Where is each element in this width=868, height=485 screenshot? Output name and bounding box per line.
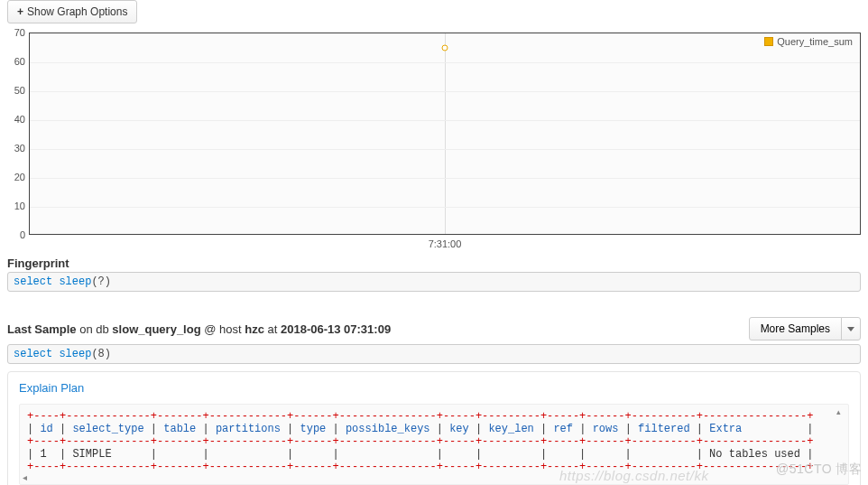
- last-sample-sql[interactable]: select sleep(8): [7, 344, 861, 364]
- caret-down-icon: [847, 327, 854, 331]
- last-sample-sql-kw: select sleep: [14, 348, 91, 360]
- y-axis-tick: 0: [20, 229, 25, 240]
- plus-icon: +: [17, 5, 23, 18]
- y-axis-tick: 10: [14, 201, 25, 211]
- last-sample-prefix: Last Sample: [7, 322, 77, 336]
- y-axis: 010203040506070: [7, 33, 27, 235]
- show-graph-options-label: Show Graph Options: [27, 5, 127, 18]
- more-samples-button[interactable]: More Samples: [749, 317, 842, 340]
- legend-label: Query_time_sum: [777, 36, 853, 47]
- show-graph-options-button[interactable]: +Show Graph Options: [7, 0, 137, 23]
- scroll-left-icon[interactable]: ◂: [23, 472, 27, 482]
- fingerprint-sql-kw: select sleep: [14, 275, 91, 288]
- chart-gridline: [30, 62, 860, 63]
- more-samples-dropdown[interactable]: [841, 317, 861, 340]
- y-axis-tick: 40: [14, 114, 25, 125]
- chart-gridline: [30, 120, 860, 121]
- chart-gridline: [30, 207, 860, 208]
- explain-plan-table: +----+-------------+-------+------------…: [20, 410, 848, 482]
- fingerprint-label: Fingerprint: [7, 256, 861, 270]
- last-sample-sql-arg: (8): [91, 348, 111, 360]
- watermark-badge: @51CTO 博客: [776, 462, 862, 478]
- more-samples-group: More Samples: [749, 317, 861, 340]
- y-axis-tick: 20: [14, 172, 25, 182]
- fingerprint-sql-arg: (?): [91, 275, 111, 288]
- y-axis-tick: 50: [14, 85, 25, 96]
- last-sample-text: Last Sample on db slow_query_log @ host …: [7, 322, 391, 336]
- explain-plan-panel: Explain Plan ▴ +----+-------------+-----…: [7, 371, 861, 485]
- chart-vline: [445, 33, 446, 234]
- chart-gridline: [30, 149, 860, 150]
- explain-plan-box[interactable]: ▴ +----+-------------+-------+----------…: [19, 404, 849, 485]
- query-time-chart: 010203040506070 Query_time_sum 7:31:00: [7, 33, 861, 249]
- y-axis-tick: 70: [14, 27, 25, 38]
- watermark-url: https://blog.csdn.net/kk: [559, 468, 708, 483]
- explain-plan-title: Explain Plan: [19, 381, 849, 395]
- chart-legend: Query_time_sum: [764, 36, 853, 47]
- chart-gridline: [30, 91, 860, 92]
- y-axis-tick: 60: [14, 56, 25, 67]
- legend-swatch-icon: [764, 37, 773, 46]
- x-axis-tick: 7:31:00: [29, 238, 861, 249]
- last-sample-header: Last Sample on db slow_query_log @ host …: [7, 317, 861, 340]
- y-axis-tick: 30: [14, 143, 25, 154]
- chart-gridline: [30, 178, 860, 179]
- fingerprint-sql[interactable]: select sleep(?): [7, 272, 861, 292]
- chart-data-point[interactable]: [442, 45, 448, 51]
- chart-plot-area[interactable]: Query_time_sum: [29, 33, 861, 235]
